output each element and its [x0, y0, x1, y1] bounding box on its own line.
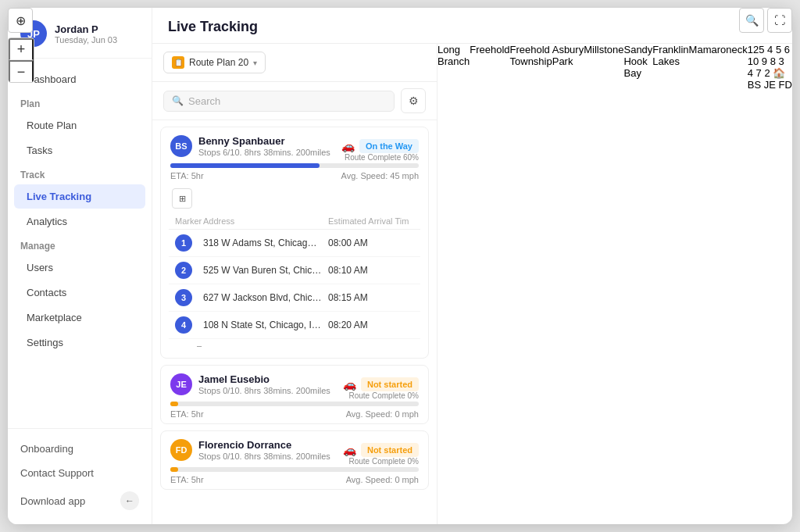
- drivers-list: BS Benny Spanbauer Stops 6/10. 8hrs 38mi…: [152, 120, 437, 524]
- driver-card-fd: FD Florencio Dorrance Stops 0/10. 8hrs 3…: [160, 430, 429, 490]
- dropdown-chevron-icon: ▾: [253, 59, 257, 67]
- sidebar-item-users[interactable]: Users: [14, 255, 145, 280]
- sidebar-item-tasks[interactable]: Tasks: [14, 138, 145, 162]
- sidebar-bottom: Onboarding Contact Support Download app …: [8, 428, 152, 524]
- stop-time-4: 08:20 AM: [328, 320, 414, 330]
- settings-label: Settings: [27, 337, 63, 348]
- search-bar-area: 🔍 ⚙: [152, 82, 437, 120]
- stop-time-2: 08:10 AM: [328, 265, 414, 276]
- driver-badges-bs: 🚗 On the Way: [341, 139, 419, 153]
- stop-addr-3: 627 W Jackson Blvd, Chicago, IL ...: [203, 292, 322, 303]
- car-icon-fd: 🚗: [343, 444, 356, 456]
- main-body: 📋 Route Plan 20 ▾ 🔍 ⚙: [152, 44, 792, 524]
- col-eta: Estimated Arrival Tim: [328, 216, 414, 226]
- table-row: 3 627 W Jackson Blvd, Chicago, IL ... 08…: [169, 284, 420, 312]
- route-plan-icon: 📋: [172, 56, 184, 69]
- status-badge-je: Not started: [361, 377, 419, 391]
- users-label: Users: [27, 262, 53, 273]
- eta-bs: ETA: 5hr: [170, 171, 204, 180]
- stops-table-header-bs: Marker Address Estimated Arrival Tim: [169, 213, 420, 230]
- sidebar-item-live-tracking[interactable]: Live Tracking: [14, 184, 145, 209]
- live-tracking-label: Live Tracking: [27, 191, 91, 202]
- main-content: Live Tracking 📋 Route Plan 20 ▾ 🔍: [152, 8, 792, 524]
- route-plan-label: Route Plan 20: [189, 57, 248, 68]
- driver-name-fd: Florencio Dorrance Stops 0/10. 8hrs 38mi…: [198, 439, 330, 461]
- left-panel-toolbar: 📋 Route Plan 20 ▾: [152, 44, 437, 82]
- stop-addr-2: 525 W Van Buren St, Chicago, IL ...: [203, 265, 322, 276]
- onboarding-label: Onboarding: [20, 443, 73, 455]
- driver-avatar-bs: BS: [170, 135, 192, 157]
- driver-name-bs: Benny Spanbauer Stops 6/10. 8hrs 38mins.…: [198, 135, 330, 157]
- sidebar-item-analytics[interactable]: Analytics: [14, 209, 145, 234]
- progress-label-je: Route Complete 0%: [349, 391, 420, 400]
- sidebar-item-settings[interactable]: Settings: [14, 330, 145, 355]
- search-input-wrap: 🔍: [163, 91, 395, 112]
- stop-num-2: 2: [175, 262, 192, 279]
- eta-fd: ETA: 5hr: [170, 475, 204, 484]
- stop-time-3: 08:15 AM: [328, 292, 414, 303]
- progress-fill-bs: [170, 163, 320, 168]
- driver-badges-fd: 🚗 Not started: [343, 443, 419, 457]
- stop-num-1: 1: [175, 234, 192, 252]
- driver-avatar-fd: FD: [170, 439, 192, 461]
- sidebar-item-contacts[interactable]: Contacts: [14, 280, 145, 305]
- stop-addr-4: 108 N State St, Chicago, IL 60602...: [203, 320, 322, 330]
- driver-progress-fd: Route Complete 0% ETA: 5hr Avg. Speed: 0…: [161, 466, 428, 489]
- driver-info-bs: BS Benny Spanbauer Stops 6/10. 8hrs 38mi…: [170, 135, 330, 157]
- analytics-label: Analytics: [27, 216, 67, 227]
- driver-avatar-je: JE: [170, 373, 192, 395]
- filter-icon: ⚙: [409, 95, 419, 107]
- stop-addr-1: 318 W Adams St, Chicago, IL 60606...: [203, 237, 322, 248]
- status-badge-bs: On the Way: [359, 139, 419, 153]
- filter-icon-button[interactable]: ⚙: [401, 88, 426, 113]
- table-row: 2 525 W Van Buren St, Chicago, IL ... 08…: [169, 257, 420, 284]
- col-marker: Marker: [175, 216, 197, 226]
- page-title: Live Tracking: [168, 19, 777, 35]
- main-header: Live Tracking: [152, 8, 792, 44]
- speed-bs: Avg. Speed: 45 mph: [341, 171, 419, 180]
- contacts-label: Contacts: [27, 287, 66, 298]
- stop-num-3: 3: [175, 289, 192, 306]
- car-icon-je: 🚗: [343, 378, 356, 391]
- manage-section-label: Manage: [8, 234, 152, 255]
- table-toggle-button-bs[interactable]: ⊞: [172, 188, 192, 209]
- progress-label-bs: Route Complete 60%: [345, 153, 419, 162]
- sidebar-item-route-plan[interactable]: Route Plan: [14, 113, 145, 137]
- car-icon-bs: 🚗: [341, 140, 355, 152]
- progress-fill-fd: [170, 467, 178, 472]
- download-app-label: Download app: [20, 495, 85, 507]
- sidebar-item-onboarding[interactable]: Onboarding: [8, 437, 152, 461]
- contact-support-label: Contact Support: [20, 467, 94, 479]
- show-more-bs[interactable]: –: [169, 339, 420, 353]
- eta-je: ETA: 5hr: [170, 409, 204, 419]
- speed-je: Avg. Speed: 0 mph: [346, 409, 419, 419]
- progress-fill-je: [170, 402, 178, 406]
- table-toggle-row-bs: ⊞: [161, 185, 428, 213]
- progress-bar-bs: Route Complete 60%: [170, 163, 419, 168]
- search-icon: 🔍: [172, 95, 184, 106]
- progress-bar-fd: Route Complete 0%: [170, 467, 419, 472]
- progress-bar-je: Route Complete 0%: [170, 402, 419, 406]
- stop-time-1: 08:00 AM: [328, 237, 414, 248]
- driver-name-je: Jamel Eusebio Stops 0/10. 8hrs 38mins. 2…: [198, 373, 330, 395]
- route-plan-label: Route Plan: [27, 120, 77, 131]
- search-input[interactable]: [188, 95, 386, 107]
- left-panel: 📋 Route Plan 20 ▾ 🔍 ⚙: [152, 44, 438, 524]
- driver-card-bs: BS Benny Spanbauer Stops 6/10. 8hrs 38mi…: [160, 127, 429, 359]
- table-row: 4 108 N State St, Chicago, IL 60602... 0…: [169, 312, 420, 339]
- stops-table-bs: Marker Address Estimated Arrival Tim 1 3…: [169, 213, 420, 353]
- driver-progress-bs: Route Complete 60% ETA: 5hr Avg. Speed: …: [161, 162, 428, 185]
- driver-progress-je: Route Complete 0% ETA: 5hr Avg. Speed: 0…: [161, 400, 428, 423]
- sidebar-item-marketplace[interactable]: Marketplace: [14, 305, 145, 330]
- sidebar-item-download-app[interactable]: Download app ←: [8, 485, 152, 516]
- sidebar-item-contact-support[interactable]: Contact Support: [8, 461, 152, 485]
- speed-fd: Avg. Speed: 0 mph: [346, 475, 419, 484]
- stop-num-4: 4: [175, 316, 192, 334]
- sidebar-nav: Dashboard Plan Route Plan Tasks Track Li…: [8, 59, 152, 428]
- user-info: Jordan P Tuesday, Jun 03: [55, 23, 117, 45]
- app-container: JP Jordan P Tuesday, Jun 03 Dashboard Pl…: [8, 8, 792, 524]
- route-plan-button[interactable]: 📋 Route Plan 20 ▾: [163, 52, 266, 73]
- download-arrow-icon: ←: [120, 491, 139, 510]
- marketplace-label: Marketplace: [27, 312, 82, 323]
- driver-info-je: JE Jamel Eusebio Stops 0/10. 8hrs 38mins…: [170, 373, 330, 395]
